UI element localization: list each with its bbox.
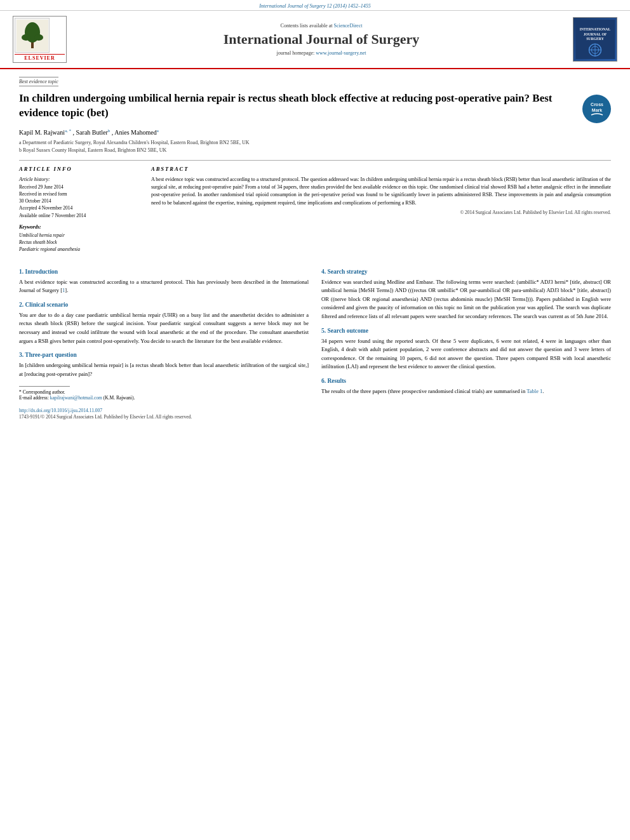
article-title-row: In children undergoing umbilical hernia … [19,91,611,123]
section-1-text: A best evidence topic was constructed ac… [19,278,309,295]
logo-box: ELSEVIER [13,16,67,63]
abstract-text: A best evidence topic was constructed ac… [151,176,611,208]
svg-point-5 [31,45,34,48]
article-history: Article history: Received 29 June 2014 R… [19,176,140,219]
keywords-section: Keywords: Umbilical hernia repair Rectus… [19,224,140,253]
body-two-col: 1. Introduction A best evidence topic wa… [19,262,611,420]
svg-text:Cross: Cross [591,102,603,107]
footer-links: http://dx.doi.org/10.1016/j.ijsu.2014.11… [19,407,309,420]
svg-text:Mark: Mark [591,108,601,112]
page: International Journal of Surgery 12 (201… [0,0,630,840]
section-2-heading: 2. Clinical scenario [19,302,309,308]
ref-1-link[interactable]: 1 [62,287,65,293]
svg-text:SURGERY: SURGERY [586,37,605,41]
accepted-date: Accepted 4 November 2014 [19,204,140,211]
logo-tree [15,18,50,53]
footer-copyright: 1743-9191/© 2014 Surgical Associates Ltd… [19,414,192,420]
journal-homepage: journal homepage: www.journal-surgery.ne… [83,50,560,56]
author1-affil: a, * [65,128,71,133]
author1-name: Kapil M. Rajwani [19,129,65,136]
section-3-text: In [children undergoing umbilical hernia… [19,361,309,378]
email-label: E-mail address: [19,395,49,401]
section-4-heading: 4. Search strategy [321,269,611,275]
journal-name: International Journal of Surgery [83,31,560,48]
authors-line: Kapil M. Rajwania, * , Sarah Butlerb , A… [19,128,611,136]
section-6-text: The results of the three papers (three p… [321,387,611,396]
email-line: E-mail address: kapilrajwani@hotmail.com… [19,395,309,401]
elsevier-text: ELSEVIER [15,54,65,61]
author3-name: , Anies Mahomed [112,129,157,136]
keyword-3: Paediatric regional anaesthesia [19,246,140,253]
keywords-list: Umbilical hernia repair Rectus sheath bl… [19,232,140,253]
author3-affil: a [157,128,159,133]
main-content: Best evidence topic In children undergoi… [0,69,630,429]
author2-name: , Sarah Butler [73,129,108,136]
table-1-link[interactable]: Table 1 [526,388,542,394]
journal-homepage-link[interactable]: www.journal-surgery.net [316,50,366,56]
received-date: Received 29 June 2014 [19,183,140,190]
journal-ref: International Journal of Surgery 12 (201… [259,3,371,9]
journal-top-bar: International Journal of Surgery 12 (201… [0,0,630,11]
article-info-col: ARTICLE INFO Article history: Received 2… [19,166,140,253]
online-date: Available online 7 November 2014 [19,212,140,219]
journal-logo-image: INTERNATIONAL JOURNAL OF SURGERY [573,17,617,62]
journal-logo-right: INTERNATIONAL JOURNAL OF SURGERY [573,17,617,62]
revised-date: Received in revised form30 October 2014 [19,190,140,205]
article-info-heading: ARTICLE INFO [19,166,140,172]
svg-point-3 [22,34,30,41]
author2-affil: b [108,128,111,133]
keyword-2: Rectus sheath block [19,239,140,246]
journal-title-center: Contents lists available at ScienceDirec… [83,23,560,56]
contents-line: Contents lists available at ScienceDirec… [83,23,560,29]
section-tag: Best evidence topic [19,77,58,86]
keywords-label: Keywords: [19,224,140,230]
abstract-heading: ABSTRACT [151,166,611,172]
crossmark-badge: Cross Mark [582,95,611,123]
email-link[interactable]: kapilrajwani@hotmail.com [50,395,102,401]
abstract-footer: © 2014 Surgical Associates Ltd. Publishe… [151,210,611,215]
doi-link[interactable]: http://dx.doi.org/10.1016/j.ijsu.2014.11… [19,408,102,413]
section-2-text: You are due to do a day case paediatric … [19,311,309,345]
science-direct-link[interactable]: ScienceDirect [334,23,363,29]
affiliation-b: b Royal Sussex County Hospital, Eastern … [19,147,611,154]
corresp-label: * Corresponding author. [19,389,309,395]
affiliation-a: a Department of Paediatric Surgery, Roya… [19,139,611,146]
section-6-heading: 6. Results [321,378,611,384]
email-name: (K.M. Rajwani). [104,395,135,401]
abstract-col: ABSTRACT A best evidence topic was const… [151,166,611,253]
affiliations: a Department of Paediatric Surgery, Roya… [19,139,611,153]
corresponding-author-note: * Corresponding author. E-mail address: … [19,386,309,401]
svg-text:INTERNATIONAL: INTERNATIONAL [579,27,610,31]
section-4-text: Evidence was searched using Medline and … [321,278,611,321]
elsevier-logo: ELSEVIER [13,16,70,63]
svg-text:JOURNAL OF: JOURNAL OF [583,32,607,36]
section-3-heading: 3. Three-part question [19,352,309,358]
body-right-col: 4. Search strategy Evidence was searched… [321,262,611,420]
body-left-col: 1. Introduction A best evidence topic wa… [19,262,309,420]
history-label: Article history: [19,176,140,183]
keyword-1: Umbilical hernia repair [19,232,140,239]
article-info-abstract-row: ARTICLE INFO Article history: Received 2… [19,160,611,253]
section-1-heading: 1. Introduction [19,269,309,275]
article-title-text: In children undergoing umbilical hernia … [19,91,582,121]
journal-header: ELSEVIER Contents lists available at Sci… [0,11,630,69]
section-5-heading: 5. Search outcome [321,328,611,334]
svg-point-4 [34,34,43,41]
section-5-text: 34 papers were found using the reported … [321,337,611,371]
